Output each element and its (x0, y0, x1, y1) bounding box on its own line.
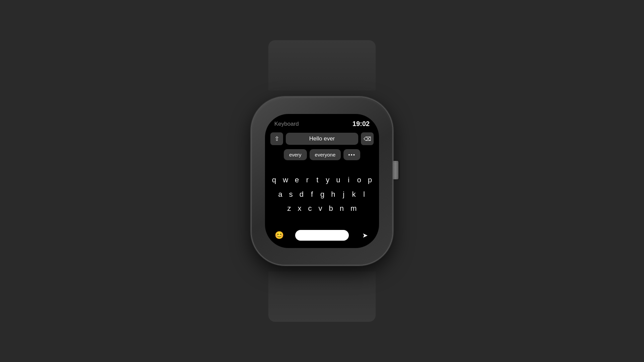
key-m[interactable]: m (348, 202, 359, 216)
watch-container: Keyboard 19:02 ⇧ Hello ever ⌫ every ever… (241, 84, 402, 278)
status-time: 19:02 (353, 120, 370, 128)
shift-icon: ⇧ (274, 135, 279, 142)
watch-crown[interactable] (392, 161, 398, 179)
key-o[interactable]: o (355, 173, 364, 187)
key-e[interactable]: e (292, 173, 302, 187)
delete-button[interactable]: ⌫ (361, 132, 374, 145)
autocomplete-row: every everyone ••• (265, 147, 379, 162)
key-l[interactable]: l (360, 188, 369, 201)
key-x[interactable]: x (295, 202, 304, 216)
emoji-button[interactable]: 😊 (273, 229, 285, 241)
autocomplete-everyone[interactable]: everyone (310, 149, 341, 160)
text-input-display[interactable]: Hello ever (286, 133, 358, 145)
watch-band-bottom (268, 272, 376, 322)
status-bar: Keyboard 19:02 (265, 114, 379, 130)
watch-screen: Keyboard 19:02 ⇧ Hello ever ⌫ every ever… (265, 114, 379, 248)
space-bar[interactable] (295, 230, 349, 241)
autocomplete-more[interactable]: ••• (343, 149, 360, 160)
key-d[interactable]: d (297, 188, 306, 201)
watch-band-top (268, 40, 376, 90)
key-s[interactable]: s (286, 188, 296, 201)
emoji-icon: 😊 (275, 231, 284, 240)
input-row: ⇧ Hello ever ⌫ (265, 130, 379, 147)
key-t[interactable]: t (313, 173, 322, 187)
watch-body: Keyboard 19:02 ⇧ Hello ever ⌫ every ever… (252, 97, 392, 265)
app-title: Keyboard (274, 121, 299, 127)
keyboard-row-1: q w e r t y u i o p (268, 173, 376, 187)
key-i[interactable]: i (344, 173, 353, 187)
send-icon: ➤ (362, 231, 368, 239)
key-a[interactable]: a (276, 188, 285, 201)
key-r[interactable]: r (303, 173, 312, 187)
keyboard-area: q w e r t y u i o p a s d f g h (265, 162, 379, 227)
send-button[interactable]: ➤ (359, 229, 371, 241)
key-z[interactable]: z (285, 202, 294, 216)
key-h[interactable]: h (328, 188, 338, 201)
delete-icon: ⌫ (364, 136, 371, 142)
key-y[interactable]: y (323, 173, 332, 187)
bottom-row: 😊 ➤ (265, 227, 379, 248)
key-u[interactable]: u (333, 173, 343, 187)
key-g[interactable]: g (318, 188, 327, 201)
key-w[interactable]: w (280, 173, 291, 187)
key-c[interactable]: c (306, 202, 315, 216)
key-p[interactable]: p (365, 173, 375, 187)
shift-button[interactable]: ⇧ (270, 132, 283, 145)
key-n[interactable]: n (337, 202, 346, 216)
key-j[interactable]: j (339, 188, 348, 201)
autocomplete-every[interactable]: every (284, 149, 307, 160)
key-f[interactable]: f (308, 188, 316, 201)
keyboard-row-2: a s d f g h j k l (268, 188, 376, 201)
key-b[interactable]: b (326, 202, 336, 216)
key-v[interactable]: v (316, 202, 325, 216)
key-k[interactable]: k (350, 188, 359, 201)
keyboard-row-3: z x c v b n m (268, 202, 376, 216)
key-q[interactable]: q (269, 173, 279, 187)
